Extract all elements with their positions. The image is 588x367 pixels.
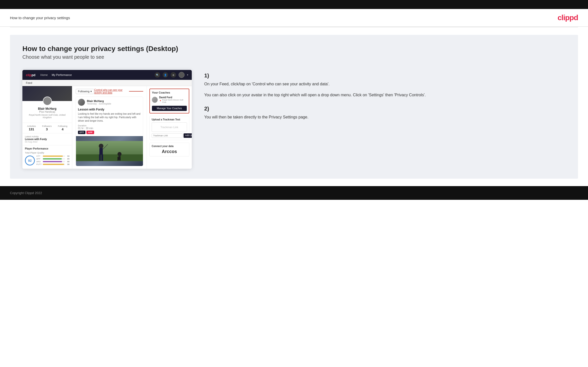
search-icon[interactable]: 🔍 (155, 72, 160, 78)
upload-title: Upload a Trackman Test (152, 118, 187, 121)
user-icon[interactable]: 👤 (163, 72, 168, 78)
bar-ott-label: OTT (36, 155, 42, 157)
bar-ott: OTT 90 (36, 155, 69, 157)
activity-duration: Duration 01 hr : 30 min (78, 124, 141, 130)
player-perf-title: Player Performance (25, 147, 69, 150)
coaches-section: Your Coaches David Ford 📍 Royal North De… (149, 89, 189, 113)
trackman-input-row: Add Link (152, 133, 187, 138)
app-nav-right: 🔍 👤 ⊕ ▾ (155, 72, 188, 78)
activity-card: Blair McHarg Yesterday · Sunningdale Les… (76, 97, 143, 166)
connect-section: Connect your data Arccos (149, 143, 189, 157)
bar-arg-track (43, 161, 65, 162)
bar-app-track (43, 158, 65, 159)
svg-rect-12 (101, 154, 103, 161)
page-subtitle: Choose what you want people to see (22, 54, 566, 60)
main-content: How to change your privacy settings (Des… (10, 35, 578, 179)
following-chevron-icon: ▾ (90, 90, 92, 93)
stat-activities-label: Activities (27, 125, 36, 127)
activity-header: Blair McHarg Yesterday · Sunningdale (76, 97, 143, 108)
bar-ott-track (43, 156, 65, 157)
step-1-text-1: On your Feed, click/tap on 'Control who … (204, 81, 566, 87)
bar-arg-val: 86 (66, 160, 69, 163)
tpq-label: Total Player Quality (25, 152, 69, 154)
latest-date: 03 Aug 2022 (25, 141, 69, 143)
nav-link-home[interactable]: Home (40, 73, 48, 76)
app-nav-links: Home My Performance (40, 73, 72, 76)
manage-coaches-button[interactable]: Manage Your Coaches (152, 106, 187, 111)
upload-section: Upload a Trackman Test Trackman Link Add… (149, 116, 189, 140)
bar-app-label: APP (36, 158, 42, 160)
nav-link-performance[interactable]: My Performance (52, 73, 72, 76)
instructions: 1) On your Feed, click/tap on 'Control w… (202, 70, 566, 128)
trackman-placeholder-text: Trackman Link (160, 126, 178, 129)
profile-avatar (43, 97, 52, 105)
profile-handicap: Plus Handicap (25, 110, 69, 113)
bar-app-val: 85 (66, 158, 69, 160)
bar-putt-fill (43, 164, 64, 165)
page-main-title: How to change your privacy settings (Des… (22, 45, 566, 53)
app-right-panel: Your Coaches David Ford 📍 Royal North De… (147, 86, 192, 169)
svg-point-8 (99, 144, 103, 148)
two-col-layout: clippd Home My Performance 🔍 👤 ⊕ ▾ Feed (22, 70, 566, 169)
coach-club: 📍 Royal North Devon Golf Club (159, 99, 187, 103)
stat-followers-label: Followers (42, 125, 52, 127)
stat-followers: Followers 3 (42, 125, 52, 131)
app-body: Blair McHarg Plus Handicap Royal North D… (22, 86, 192, 169)
activity-title: Lesson with Fordy (78, 108, 141, 111)
step-2-text-1: You will then be taken directly to the P… (204, 114, 566, 120)
activity-user-info: Blair McHarg Yesterday · Sunningdale (87, 100, 111, 105)
svg-rect-11 (99, 154, 101, 161)
bar-putt-label: PUTT (36, 163, 42, 165)
add-link-button[interactable]: Add Link (184, 133, 192, 138)
copyright-text: Copyright Clippd 2022 (10, 191, 42, 195)
activity-body: Lesson with Fordy Looking to feel like m… (76, 108, 143, 136)
nav-avatar[interactable] (179, 72, 185, 78)
stat-following: Following 4 (58, 125, 67, 131)
following-button[interactable]: Following ▾ (76, 89, 94, 94)
bar-arg-label: ARG (36, 160, 42, 163)
coaches-title: Your Coaches (150, 89, 189, 95)
nav-chevron-icon[interactable]: ▾ (187, 74, 188, 76)
top-bar (0, 0, 588, 9)
footer: Copyright Clippd 2022 (0, 186, 588, 200)
instruction-step-1: 1) On your Feed, click/tap on 'Control w… (204, 72, 566, 98)
app-mockup: clippd Home My Performance 🔍 👤 ⊕ ▾ Feed (22, 70, 192, 169)
activity-meta: Yesterday · Sunningdale (87, 103, 111, 105)
coach-avatar (152, 97, 158, 103)
coach-row: David Ford 📍 Royal North Devon Golf Club (150, 95, 189, 104)
bar-putt: PUTT 96 (36, 163, 69, 165)
stat-followers-value: 3 (42, 127, 52, 131)
activity-avatar (78, 99, 85, 106)
app-nav: clippd Home My Performance 🔍 👤 ⊕ ▾ (22, 70, 192, 80)
header-divider (10, 27, 578, 27)
control-privacy-link[interactable]: Control who can see your activity and da… (94, 89, 128, 94)
step-2-number: 2) (204, 105, 566, 112)
activity-desc: Looking to feel like my hands are exitin… (78, 112, 141, 123)
bar-app: APP 85 (36, 158, 69, 160)
profile-name: Blair McHarg (25, 107, 69, 110)
trackman-input[interactable] (152, 133, 183, 138)
latest-label: Latest Activity (25, 135, 69, 138)
golf-scene-svg (76, 136, 143, 166)
coach-name: David Ford (159, 96, 187, 99)
badge-ott: OTT (78, 131, 85, 134)
badge-app: APP (86, 131, 94, 134)
svg-rect-9 (99, 148, 103, 155)
feed-tab[interactable]: Feed (22, 80, 192, 86)
red-arrow-line (129, 90, 143, 93)
bar-arg-fill (43, 161, 62, 162)
feed-header: Following ▾ Control who can see your act… (76, 89, 143, 94)
stat-activities-value: 131 (27, 127, 36, 131)
app-sidebar: Blair McHarg Plus Handicap Royal North D… (22, 86, 72, 169)
profile-club: Royal North Devon Golf Club, United King… (25, 114, 69, 119)
tpq-row: 92 OTT 90 APP (25, 155, 69, 166)
bar-arg: ARG 86 (36, 160, 69, 163)
step-1-number: 1) (204, 72, 566, 79)
duration-value: 01 hr : 30 min (78, 127, 93, 130)
latest-name: Lesson with Fordy (25, 138, 69, 141)
stat-following-label: Following (58, 125, 67, 127)
tpq-circle: 92 (25, 156, 35, 165)
plus-icon[interactable]: ⊕ (171, 72, 176, 78)
svg-rect-7 (119, 157, 121, 161)
bar-putt-track (43, 164, 65, 165)
